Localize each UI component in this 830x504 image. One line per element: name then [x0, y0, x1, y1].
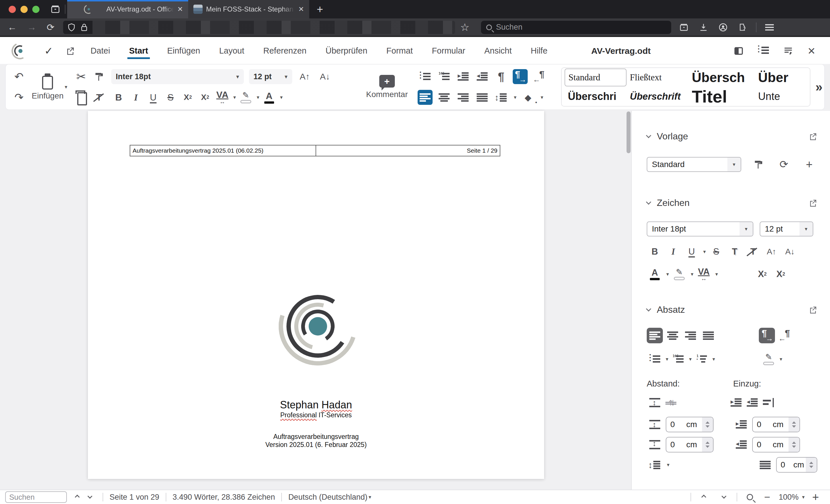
decrease-indent-button[interactable]	[744, 395, 760, 410]
shield-icon[interactable]	[67, 23, 76, 32]
style-titel[interactable]: Titel	[689, 87, 755, 106]
open-external-icon[interactable]	[66, 46, 75, 56]
language-selector[interactable]: Deutsch (Deutschland)	[288, 493, 368, 502]
strikethrough-button[interactable]: S	[708, 244, 724, 260]
font-size-combobox[interactable]: 12 pt ▾	[249, 69, 292, 84]
align-center-button[interactable]	[665, 328, 681, 343]
line-spacing-caret[interactable]: ▾	[514, 94, 516, 101]
sidebar-font-size-combobox[interactable]: 12 pt ▾	[760, 222, 813, 236]
copy-button[interactable]	[74, 90, 89, 105]
menu-hilfe[interactable]: Hilfe	[530, 41, 548, 61]
collapse-chevron-icon[interactable]	[646, 133, 651, 138]
menu-ueberpruefen[interactable]: Überprüfen	[325, 41, 368, 61]
clone-style-roller-icon[interactable]	[751, 157, 767, 172]
grow-font-button[interactable]: A↑	[763, 244, 779, 260]
style-standard[interactable]: Standard	[565, 69, 627, 87]
justify-button[interactable]	[700, 328, 716, 343]
minimize-window-button[interactable]	[21, 6, 28, 13]
zoom-in-button[interactable]: +	[809, 491, 822, 503]
font-color-caret[interactable]: ▾	[666, 271, 669, 277]
close-window-button[interactable]	[9, 6, 16, 13]
menu-format[interactable]: Format	[386, 41, 414, 61]
undo-button[interactable]: ↶	[11, 69, 27, 84]
new-tab-button[interactable]: +	[309, 0, 330, 19]
menu-hamburger-icon[interactable]	[765, 24, 774, 31]
ltr-paragraph-button[interactable]: ¶→	[513, 69, 528, 84]
align-right-button[interactable]	[456, 90, 471, 105]
outline-list-button[interactable]	[693, 351, 709, 367]
zoom-out-button[interactable]: −	[761, 491, 773, 503]
strikethrough-button[interactable]: S	[163, 90, 178, 105]
font-name-caret[interactable]: ▾	[236, 73, 239, 80]
update-style-icon[interactable]: ⟳	[776, 157, 792, 172]
ltr-paragraph-button[interactable]: ¶→	[759, 328, 775, 343]
comment-button[interactable]: + Kommentar	[366, 75, 408, 99]
grow-font-button[interactable]: A↑	[297, 69, 312, 84]
clone-formatting-button[interactable]	[92, 69, 107, 84]
style-ueberschrift-1[interactable]: Übersch	[689, 68, 755, 87]
rtl-paragraph-button[interactable]: ¶←	[532, 69, 547, 84]
bold-button[interactable]: B	[647, 244, 663, 260]
subscript-button[interactable]: X2	[773, 266, 789, 282]
font-color-button[interactable]: A	[647, 266, 663, 282]
justify-button[interactable]	[475, 90, 490, 105]
window-controls[interactable]	[0, 0, 47, 19]
highlight-color-button[interactable]: ✎	[238, 90, 253, 105]
reset-zoom-icon[interactable]	[743, 491, 756, 503]
menu-ansicht[interactable]: Ansicht	[484, 41, 512, 61]
underline-button[interactable]: U	[683, 244, 700, 260]
paragraph-background-caret[interactable]: ▾	[541, 94, 543, 101]
decrease-spacing-button[interactable]	[663, 395, 679, 410]
next-page-button[interactable]	[717, 491, 730, 503]
bullet-list-caret[interactable]: ▾	[666, 356, 668, 362]
clear-formatting-button[interactable]: T	[92, 90, 107, 105]
sidebar-font-name-combobox[interactable]: Inter 18pt ▾	[647, 222, 753, 236]
character-spacing-caret[interactable]: ▾	[233, 94, 236, 101]
tab-av-vertrag[interactable]: AV-Vertrag.odt - Office @ Hada ✕	[67, 0, 188, 19]
font-name-combobox[interactable]: Inter 18pt ▾	[111, 69, 244, 84]
collapse-chevron-icon[interactable]	[646, 199, 651, 204]
numbered-list-caret[interactable]: ▾	[689, 356, 692, 362]
space-below-field[interactable]: 0 cm	[666, 437, 713, 452]
page-info[interactable]: Seite 1 von 29	[109, 493, 159, 502]
highlight-caret[interactable]: ▾	[257, 94, 259, 101]
numbered-list-button[interactable]	[437, 69, 452, 84]
forward-button[interactable]: →	[27, 22, 36, 33]
document-page[interactable]: Auftragsverarbeitungsvertrag 2025.01 (06…	[88, 111, 544, 479]
paragraph-style-combobox[interactable]: Standard ▾	[647, 157, 741, 172]
outline-list-caret[interactable]: ▾	[712, 356, 715, 362]
align-center-button[interactable]	[437, 90, 452, 105]
paragraph-highlight-caret[interactable]: ▾	[779, 356, 782, 362]
paragraph-background-button[interactable]: ◆	[520, 90, 536, 105]
style-fliesstext[interactable]: Fließtext	[627, 68, 689, 87]
formatting-marks-button[interactable]: ¶	[494, 69, 509, 84]
spinner-buttons[interactable]	[702, 437, 713, 452]
increase-indent-button[interactable]	[456, 69, 471, 84]
style-ueberschrift-3[interactable]: Überschri	[565, 87, 627, 106]
tab-foss-stack[interactable]: Mein FOSS-Stack - Stephan Ha ✕	[188, 0, 309, 19]
language-caret[interactable]: ▾	[369, 494, 371, 500]
superscript-button[interactable]: X2	[198, 90, 213, 105]
line-spacing-button[interactable]	[494, 90, 509, 105]
bullet-list-button[interactable]	[418, 69, 433, 84]
reload-button[interactable]: ⟳	[47, 22, 55, 33]
redo-button[interactable]: ↷	[11, 90, 27, 105]
url-bar[interactable]	[63, 21, 455, 34]
absatz-section-header[interactable]: Absatz	[647, 304, 817, 315]
spinner-buttons[interactable]	[789, 417, 799, 432]
extensions-icon[interactable]	[738, 23, 747, 32]
first-line-indent-field[interactable]: 0 cm	[776, 457, 817, 473]
document-canvas[interactable]: Auftragsverarbeitungsvertrag 2025.01 (06…	[0, 111, 631, 490]
sidebar-panel-icon[interactable]	[734, 46, 743, 56]
highlight-caret[interactable]: ▾	[691, 271, 693, 277]
shadow-button[interactable]: T	[727, 244, 743, 260]
menu-layout[interactable]: Layout	[219, 41, 245, 61]
shrink-font-button[interactable]: A↓	[318, 69, 332, 84]
menu-referenzen[interactable]: Referenzen	[263, 41, 307, 61]
menu-start[interactable]: Start	[129, 41, 149, 61]
menu-einfuegen[interactable]: Einfügen	[167, 41, 201, 61]
paste-split-button[interactable]: Einfügen ▾	[32, 73, 67, 101]
character-spacing-caret[interactable]: ▾	[715, 271, 718, 277]
word-count[interactable]: 3.490 Wörter, 28.386 Zeichen	[172, 493, 275, 502]
underline-button[interactable]: U	[146, 90, 161, 105]
